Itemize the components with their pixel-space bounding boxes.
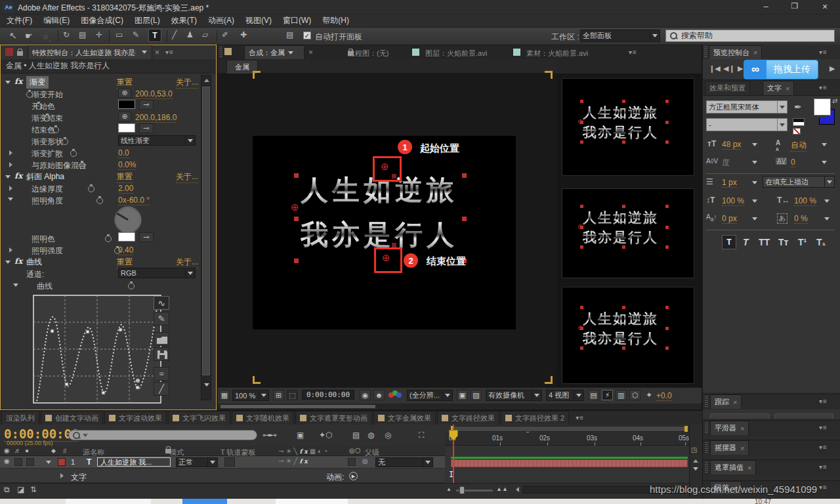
exposure-value[interactable]: +0.0 — [656, 391, 672, 401]
graph-editor-toggle-icon[interactable]: ⇅ — [30, 485, 37, 494]
tab-close-icon[interactable]: × — [747, 464, 751, 472]
menu-file[interactable]: 文件(F) — [7, 15, 32, 26]
effect-name-curves[interactable]: 曲线 — [26, 257, 42, 268]
twirl-icon[interactable] — [5, 81, 10, 84]
timeline-zoom-thumb[interactable] — [459, 486, 465, 494]
fx-badge[interactable]: fx — [14, 171, 22, 180]
prop-start-color[interactable]: 开始色 — [32, 101, 55, 112]
menu-help[interactable]: 帮助(H) — [322, 15, 349, 26]
chevron-down-icon[interactable] — [752, 181, 757, 184]
timeline-tab-2[interactable]: 文字波动效果 — [104, 411, 167, 425]
scroll-down-icon[interactable] — [204, 383, 209, 387]
selection-handle[interactable] — [294, 259, 299, 263]
twirl-icon[interactable] — [9, 162, 12, 167]
panel-menu-icon[interactable]: ▾≡ — [819, 398, 828, 405]
angle-dial[interactable] — [113, 205, 143, 235]
magnification-dropdown[interactable]: 100 % — [232, 390, 269, 401]
layer-tab[interactable]: 图层：火焰前景.avi — [425, 49, 487, 58]
tab-close-icon[interactable]: × — [753, 49, 757, 56]
menu-composition[interactable]: 图像合成(C) — [81, 15, 123, 26]
eyedropper-icon[interactable]: ⊸ — [139, 123, 154, 133]
chevron-down-icon[interactable] — [824, 200, 830, 203]
kerning-value[interactable]: 度 — [722, 158, 730, 169]
start-color-swatch[interactable] — [118, 100, 135, 109]
curves-about-link[interactable]: 关于... — [176, 257, 198, 268]
light-angle-value[interactable]: 0x-60.0 ° — [118, 196, 150, 205]
timeline-tab-8[interactable]: 文字路径效果 2 — [501, 411, 569, 425]
roto-brush-tool[interactable]: ✐ — [222, 30, 228, 39]
curves-graph[interactable] — [33, 295, 161, 404]
smoother-tab[interactable]: 平滑器× — [710, 421, 749, 435]
layer-audio-cell[interactable] — [14, 458, 22, 466]
prop-light-angle[interactable]: 照明角度 — [32, 196, 63, 207]
prop-light-color[interactable]: 照明色 — [32, 234, 55, 245]
graph-editor-icon[interactable]: ⛶ — [419, 430, 424, 440]
gradient-scatter-value[interactable]: 0.0 — [118, 148, 129, 158]
frame-blend-toggle-icon[interactable]: ⧉ — [4, 485, 10, 494]
panel-menu-icon[interactable]: ▾≡ — [819, 49, 828, 56]
end-color-swatch[interactable] — [118, 123, 135, 133]
prop-end-color[interactable]: 结束色 — [32, 125, 55, 136]
curves-reset-link[interactable]: 重置 — [117, 257, 133, 268]
selection-handle[interactable] — [294, 173, 299, 178]
footage-tab[interactable]: 素材：火焰前景.avi — [526, 49, 588, 58]
shy-icon[interactable]: ▣ — [297, 430, 304, 440]
wiggler-tab[interactable]: 摇摆器× — [710, 440, 749, 455]
crosshair-button[interactable]: ⊕ — [118, 112, 131, 121]
timeline-tab-4[interactable]: 文字随机效果 — [232, 411, 294, 425]
menu-effect[interactable]: 效果(T) — [171, 15, 197, 26]
eyedropper-icon[interactable]: ⊸ — [139, 232, 154, 242]
all-caps-button[interactable]: TT — [759, 237, 770, 247]
prop-gradient-end[interactable]: 渐变结束 — [32, 113, 63, 124]
lock-icon[interactable] — [17, 51, 23, 56]
chevron-down-icon[interactable] — [752, 161, 757, 164]
clone-stamp-tool[interactable]: ♟ — [186, 30, 194, 39]
zoom-out-mountain-icon[interactable]: ▲ — [446, 486, 452, 492]
parent-pickwhip-icon[interactable]: ◎ — [362, 457, 368, 465]
tsume-value[interactable]: 0 % — [794, 214, 808, 224]
subscript-button[interactable]: T₁ — [816, 237, 826, 247]
scroll-up-icon[interactable] — [204, 79, 209, 82]
eraser-tool[interactable]: ▱ — [202, 30, 208, 39]
comp-timecode[interactable]: 0:00:00:00 — [302, 390, 354, 400]
chevron-down-icon[interactable] — [752, 217, 757, 220]
menu-edit[interactable]: 编辑(E) — [43, 15, 70, 26]
comp-marker-bin-icon[interactable]: ◳ — [691, 446, 697, 453]
font-style-dropdown[interactable]: - — [706, 118, 788, 131]
character-tab[interactable]: 文字 × — [763, 81, 794, 95]
channel-dropdown[interactable]: RGB — [118, 268, 196, 278]
panel-menu-icon[interactable]: ▾≡ — [819, 463, 828, 471]
tab-close-icon[interactable]: × — [155, 48, 159, 57]
stopwatch-icon[interactable] — [70, 150, 77, 157]
blend-original-value[interactable]: 0.0% — [118, 160, 136, 170]
timeline-tab-3[interactable]: 文字飞闪效果 — [168, 411, 230, 425]
chevron-down-icon[interactable] — [824, 217, 830, 220]
panel-menu-icon[interactable]: ▾≡ — [819, 444, 828, 451]
twirl-icon[interactable] — [9, 150, 12, 156]
work-area-end-handle[interactable] — [684, 426, 688, 432]
selection-handle[interactable] — [462, 173, 467, 178]
scroll-left-icon[interactable] — [516, 487, 519, 492]
edge-thickness-value[interactable]: 2.00 — [118, 184, 133, 194]
safe-margins-icon[interactable]: ⊞ — [273, 390, 284, 400]
effects-presets-tab[interactable]: 效果和预置 — [705, 81, 750, 95]
swap-fill-stroke-icon[interactable]: ⇄ — [832, 97, 837, 104]
layer-twirl-icon[interactable] — [46, 461, 51, 464]
selection-tool[interactable]: ↖ — [9, 30, 17, 41]
work-area-bar[interactable] — [451, 426, 688, 432]
tab-close-icon[interactable]: × — [733, 398, 737, 406]
gradient-end-value[interactable]: 200.0,186.0 — [135, 113, 177, 123]
light-intensity-value[interactable]: 0.40 — [118, 245, 133, 255]
time-ruler[interactable] — [445, 432, 689, 446]
selection-handle[interactable] — [462, 217, 467, 221]
twirl-icon[interactable] — [8, 198, 13, 201]
motion-blur-icon[interactable]: ◍ — [368, 430, 374, 440]
composition-tab[interactable]: 合成：金属 — [244, 45, 304, 59]
puppet-pin-tool[interactable]: ✚ — [240, 30, 247, 39]
prop-edge-thickness[interactable]: 边缘厚度 — [32, 184, 63, 195]
menu-layer[interactable]: 图层(L) — [135, 15, 160, 26]
camera-dropdown[interactable]: 有效摄像机 — [486, 390, 542, 401]
property-twirl-icon[interactable] — [60, 473, 64, 478]
gradient-about-link[interactable]: 关于... — [176, 77, 198, 89]
menu-view[interactable]: 视图(V) — [245, 15, 272, 26]
